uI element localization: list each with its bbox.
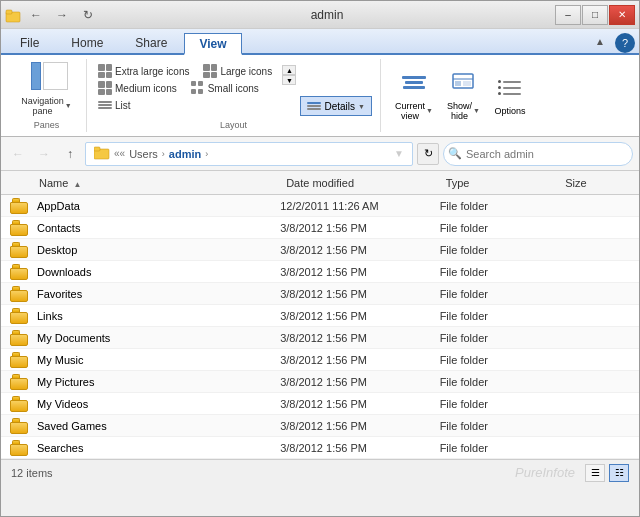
tab-view[interactable]: View — [184, 33, 241, 55]
list-option[interactable]: List — [95, 97, 175, 113]
panes-content: Navigationpane ▼ — [15, 59, 77, 118]
tab-file[interactable]: File — [5, 31, 54, 53]
file-date-cell: 3/8/2012 1:56 PM — [280, 288, 440, 300]
show-hide-label: Show/hide — [447, 101, 472, 121]
tab-share[interactable]: Share — [120, 31, 182, 53]
quick-access-back[interactable]: ← — [25, 4, 47, 26]
breadcrumb-users[interactable]: Users — [129, 148, 158, 160]
file-rows: AppData 12/2/2011 11:26 AM File folder C… — [1, 195, 639, 459]
file-name-label: My Pictures — [37, 376, 94, 388]
forward-button[interactable]: → — [33, 143, 55, 165]
search-box[interactable]: 🔍 — [443, 142, 633, 166]
file-name-cell: Downloads — [1, 263, 280, 281]
minimize-button[interactable]: – — [555, 5, 581, 25]
details-option[interactable]: Details ▼ — [300, 96, 372, 116]
table-row[interactable]: My Pictures 3/8/2012 1:56 PM File folder — [1, 371, 639, 393]
table-row[interactable]: Favorites 3/8/2012 1:56 PM File folder — [1, 283, 639, 305]
tab-home[interactable]: Home — [56, 31, 118, 53]
medium-icons-option[interactable]: Medium icons — [95, 80, 180, 96]
ribbon-group-layout: Extra large icons Large icons — [87, 59, 381, 132]
item-count: 12 items — [11, 467, 53, 479]
file-name-label: Downloads — [37, 266, 91, 278]
file-type-cell: File folder — [440, 266, 560, 278]
file-name-cell: Links — [1, 307, 280, 325]
table-row[interactable]: Downloads 3/8/2012 1:56 PM File folder — [1, 261, 639, 283]
file-name-label: Saved Games — [37, 420, 107, 432]
col-header-type[interactable]: Type — [440, 177, 560, 189]
current-view-button[interactable]: Currentview ▼ — [389, 65, 439, 123]
close-button[interactable]: ✕ — [609, 5, 635, 25]
small-icon — [191, 81, 205, 95]
nav-pane-arrow: ▼ — [65, 102, 72, 109]
file-type-cell: File folder — [440, 288, 560, 300]
table-row[interactable]: Searches 3/8/2012 1:56 PM File folder — [1, 437, 639, 459]
window-controls: – □ ✕ — [555, 5, 635, 25]
file-date-cell: 3/8/2012 1:56 PM — [280, 420, 440, 432]
icon-option-row-1: Extra large icons Large icons — [95, 63, 280, 79]
table-row[interactable]: Saved Games 3/8/2012 1:56 PM File folder — [1, 415, 639, 437]
ribbon-up-arrow[interactable]: ▲ — [589, 31, 611, 53]
table-row[interactable]: Links 3/8/2012 1:56 PM File folder — [1, 305, 639, 327]
icon-option-row-2: Medium icons Small icons — [95, 80, 280, 96]
table-row[interactable]: My Documents 3/8/2012 1:56 PM File folde… — [1, 327, 639, 349]
folder-icon — [9, 307, 31, 325]
app-icon — [5, 7, 21, 23]
file-date-cell: 3/8/2012 1:56 PM — [280, 332, 440, 344]
table-row[interactable]: Contacts 3/8/2012 1:56 PM File folder — [1, 217, 639, 239]
address-input[interactable]: «« Users › admin › ▼ — [85, 142, 413, 166]
navigation-pane-button[interactable]: Navigationpane ▼ — [15, 60, 77, 118]
table-row[interactable]: AppData 12/2/2011 11:26 AM File folder — [1, 195, 639, 217]
title-bar-left: ← → ↻ — [5, 4, 99, 26]
search-input[interactable] — [466, 148, 628, 160]
show-hide-icon — [447, 67, 479, 99]
extra-large-icons-option[interactable]: Extra large icons — [95, 63, 192, 79]
folder-icon — [9, 351, 31, 369]
col-header-size[interactable]: Size — [559, 177, 639, 189]
col-header-name[interactable]: Name ▲ — [1, 177, 280, 189]
table-row[interactable]: My Music 3/8/2012 1:56 PM File folder — [1, 349, 639, 371]
file-name-label: Searches — [37, 442, 83, 454]
large-icon — [203, 64, 217, 78]
address-dropdown-arrow[interactable]: ▼ — [394, 148, 404, 159]
folder-icon-addr — [94, 146, 110, 162]
refresh-button[interactable]: ↻ — [417, 143, 439, 165]
file-name-cell: My Documents — [1, 329, 280, 347]
folder-icon — [9, 329, 31, 347]
up-button[interactable]: ↑ — [59, 143, 81, 165]
large-icons-option[interactable]: Large icons — [200, 63, 280, 79]
large-icon-view-button[interactable]: ☷ — [609, 464, 629, 482]
file-name-label: Links — [37, 310, 63, 322]
breadcrumb-admin[interactable]: admin — [169, 148, 201, 160]
layout-scroll-up[interactable]: ▲ — [282, 65, 296, 75]
show-hide-button[interactable]: Show/hide ▼ — [441, 65, 486, 123]
view-toggle-buttons: ☰ ☷ — [585, 464, 629, 482]
col-header-date[interactable]: Date modified — [280, 177, 439, 189]
layout-scroll-down[interactable]: ▼ — [282, 75, 296, 85]
table-row[interactable]: Desktop 3/8/2012 1:56 PM File folder — [1, 239, 639, 261]
current-view-content: Currentview ▼ Show/hide ▼ — [389, 59, 532, 128]
options-button[interactable]: Options — [488, 70, 532, 118]
file-type-cell: File folder — [440, 442, 560, 454]
file-name-label: Contacts — [37, 222, 80, 234]
details-view-button[interactable]: ☰ — [585, 464, 605, 482]
back-button[interactable]: ← — [7, 143, 29, 165]
ribbon: Navigationpane ▼ Panes Extra large icons — [1, 55, 639, 137]
file-list: Name ▲ Date modified Type Size AppData 1… — [1, 171, 639, 459]
help-button[interactable]: ? — [615, 33, 635, 53]
nav-pane-label: Navigationpane — [21, 96, 64, 116]
quick-access-undo[interactable]: ↻ — [77, 4, 99, 26]
file-date-cell: 3/8/2012 1:56 PM — [280, 244, 440, 256]
small-icons-option[interactable]: Small icons — [188, 80, 268, 96]
table-row[interactable]: My Videos 3/8/2012 1:56 PM File folder — [1, 393, 639, 415]
file-date-cell: 3/8/2012 1:56 PM — [280, 222, 440, 234]
list-icon — [98, 98, 112, 112]
maximize-button[interactable]: □ — [582, 5, 608, 25]
file-type-cell: File folder — [440, 376, 560, 388]
options-label: Options — [494, 106, 525, 116]
quick-access-forward[interactable]: → — [51, 4, 73, 26]
svg-rect-5 — [463, 81, 471, 86]
file-date-cell: 3/8/2012 1:56 PM — [280, 442, 440, 454]
file-name-label: My Music — [37, 354, 83, 366]
file-type-cell: File folder — [440, 398, 560, 410]
current-view-group-label — [389, 128, 532, 132]
